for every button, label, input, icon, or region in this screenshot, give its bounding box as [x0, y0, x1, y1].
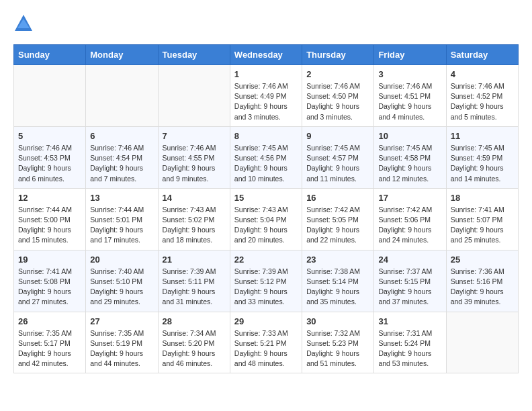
calendar-cell: 6Sunrise: 7:46 AM Sunset: 4:54 PM Daylig…	[86, 126, 158, 188]
calendar-table: SundayMondayTuesdayWednesdayThursdayFrid…	[13, 44, 519, 373]
day-info: Sunrise: 7:38 AM Sunset: 5:14 PM Dayligh…	[306, 267, 369, 308]
day-number: 2	[306, 69, 369, 79]
calendar-cell: 17Sunrise: 7:42 AM Sunset: 5:06 PM Dayli…	[374, 188, 446, 250]
day-info: Sunrise: 7:46 AM Sunset: 4:53 PM Dayligh…	[18, 143, 81, 184]
day-number: 25	[451, 255, 514, 265]
weekday-header-tuesday: Tuesday	[158, 45, 230, 65]
calendar-cell: 25Sunrise: 7:36 AM Sunset: 5:16 PM Dayli…	[446, 250, 518, 312]
calendar-week-row: 19Sunrise: 7:41 AM Sunset: 5:08 PM Dayli…	[14, 250, 519, 312]
day-info: Sunrise: 7:39 AM Sunset: 5:11 PM Dayligh…	[163, 267, 226, 308]
day-number: 24	[378, 255, 441, 265]
day-number: 29	[234, 316, 298, 326]
calendar-cell: 30Sunrise: 7:32 AM Sunset: 5:23 PM Dayli…	[302, 312, 374, 373]
logo-icon	[13, 13, 34, 34]
day-number: 6	[90, 131, 153, 141]
day-info: Sunrise: 7:35 AM Sunset: 5:19 PM Dayligh…	[90, 328, 153, 369]
day-number: 23	[306, 255, 369, 265]
calendar-cell: 26Sunrise: 7:35 AM Sunset: 5:17 PM Dayli…	[14, 312, 86, 373]
calendar-cell: 14Sunrise: 7:43 AM Sunset: 5:02 PM Dayli…	[158, 188, 230, 250]
day-number: 1	[234, 69, 298, 79]
day-number: 15	[234, 193, 298, 203]
calendar-cell: 1Sunrise: 7:46 AM Sunset: 4:49 PM Daylig…	[230, 65, 302, 127]
day-info: Sunrise: 7:43 AM Sunset: 5:02 PM Dayligh…	[163, 205, 226, 246]
day-number: 3	[378, 69, 441, 79]
calendar-cell: 21Sunrise: 7:39 AM Sunset: 5:11 PM Dayli…	[158, 250, 230, 312]
calendar-cell: 20Sunrise: 7:40 AM Sunset: 5:10 PM Dayli…	[86, 250, 158, 312]
calendar-cell: 22Sunrise: 7:39 AM Sunset: 5:12 PM Dayli…	[230, 250, 302, 312]
day-number: 21	[163, 255, 226, 265]
calendar-cell: 4Sunrise: 7:46 AM Sunset: 4:52 PM Daylig…	[446, 65, 518, 127]
weekday-header-sunday: Sunday	[14, 45, 86, 65]
calendar-cell: 9Sunrise: 7:45 AM Sunset: 4:57 PM Daylig…	[302, 126, 374, 188]
calendar-cell: 7Sunrise: 7:46 AM Sunset: 4:55 PM Daylig…	[158, 126, 230, 188]
calendar-cell: 31Sunrise: 7:31 AM Sunset: 5:24 PM Dayli…	[374, 312, 446, 373]
day-number: 28	[163, 316, 226, 326]
day-info: Sunrise: 7:46 AM Sunset: 4:52 PM Dayligh…	[451, 81, 514, 122]
calendar-cell: 2Sunrise: 7:46 AM Sunset: 4:50 PM Daylig…	[302, 65, 374, 127]
day-number: 30	[306, 316, 369, 326]
day-info: Sunrise: 7:37 AM Sunset: 5:15 PM Dayligh…	[378, 267, 441, 308]
day-info: Sunrise: 7:45 AM Sunset: 4:56 PM Dayligh…	[234, 143, 298, 184]
calendar-week-row: 1Sunrise: 7:46 AM Sunset: 4:49 PM Daylig…	[14, 65, 519, 127]
day-info: Sunrise: 7:45 AM Sunset: 4:59 PM Dayligh…	[451, 143, 514, 184]
day-number: 26	[18, 316, 81, 326]
calendar-cell: 13Sunrise: 7:44 AM Sunset: 5:01 PM Dayli…	[86, 188, 158, 250]
day-info: Sunrise: 7:43 AM Sunset: 5:04 PM Dayligh…	[234, 205, 298, 246]
day-number: 18	[451, 193, 514, 203]
day-number: 17	[378, 193, 441, 203]
calendar-cell: 5Sunrise: 7:46 AM Sunset: 4:53 PM Daylig…	[14, 126, 86, 188]
day-number: 7	[163, 131, 226, 141]
day-info: Sunrise: 7:41 AM Sunset: 5:08 PM Dayligh…	[18, 267, 81, 308]
day-info: Sunrise: 7:42 AM Sunset: 5:05 PM Dayligh…	[306, 205, 369, 246]
day-number: 8	[234, 131, 298, 141]
page-header	[13, 13, 519, 34]
calendar-cell: 16Sunrise: 7:42 AM Sunset: 5:05 PM Dayli…	[302, 188, 374, 250]
calendar-week-row: 12Sunrise: 7:44 AM Sunset: 5:00 PM Dayli…	[14, 188, 519, 250]
day-info: Sunrise: 7:33 AM Sunset: 5:21 PM Dayligh…	[234, 328, 298, 369]
calendar-cell: 15Sunrise: 7:43 AM Sunset: 5:04 PM Dayli…	[230, 188, 302, 250]
day-info: Sunrise: 7:46 AM Sunset: 4:54 PM Dayligh…	[90, 143, 153, 184]
weekday-header-saturday: Saturday	[446, 45, 518, 65]
calendar-cell	[14, 65, 86, 127]
day-info: Sunrise: 7:36 AM Sunset: 5:16 PM Dayligh…	[451, 267, 514, 308]
calendar-cell: 18Sunrise: 7:41 AM Sunset: 5:07 PM Dayli…	[446, 188, 518, 250]
calendar-cell: 23Sunrise: 7:38 AM Sunset: 5:14 PM Dayli…	[302, 250, 374, 312]
day-info: Sunrise: 7:46 AM Sunset: 4:50 PM Dayligh…	[306, 81, 369, 122]
day-number: 10	[378, 131, 441, 141]
calendar-week-row: 26Sunrise: 7:35 AM Sunset: 5:17 PM Dayli…	[14, 312, 519, 373]
day-info: Sunrise: 7:41 AM Sunset: 5:07 PM Dayligh…	[451, 205, 514, 246]
calendar-cell: 24Sunrise: 7:37 AM Sunset: 5:15 PM Dayli…	[374, 250, 446, 312]
day-number: 22	[234, 255, 298, 265]
day-info: Sunrise: 7:44 AM Sunset: 5:00 PM Dayligh…	[18, 205, 81, 246]
calendar-cell: 10Sunrise: 7:45 AM Sunset: 4:58 PM Dayli…	[374, 126, 446, 188]
day-number: 31	[378, 316, 441, 326]
calendar-cell: 27Sunrise: 7:35 AM Sunset: 5:19 PM Dayli…	[86, 312, 158, 373]
calendar-cell: 28Sunrise: 7:34 AM Sunset: 5:20 PM Dayli…	[158, 312, 230, 373]
calendar-cell: 12Sunrise: 7:44 AM Sunset: 5:00 PM Dayli…	[14, 188, 86, 250]
weekday-header-row: SundayMondayTuesdayWednesdayThursdayFrid…	[14, 45, 519, 65]
day-number: 12	[18, 193, 81, 203]
day-number: 14	[163, 193, 226, 203]
day-info: Sunrise: 7:35 AM Sunset: 5:17 PM Dayligh…	[18, 328, 81, 369]
day-info: Sunrise: 7:46 AM Sunset: 4:55 PM Dayligh…	[163, 143, 226, 184]
day-number: 27	[90, 316, 153, 326]
calendar-cell: 11Sunrise: 7:45 AM Sunset: 4:59 PM Dayli…	[446, 126, 518, 188]
day-number: 20	[90, 255, 153, 265]
day-number: 11	[451, 131, 514, 141]
weekday-header-friday: Friday	[374, 45, 446, 65]
day-info: Sunrise: 7:39 AM Sunset: 5:12 PM Dayligh…	[234, 267, 298, 308]
day-number: 19	[18, 255, 81, 265]
calendar-cell: 19Sunrise: 7:41 AM Sunset: 5:08 PM Dayli…	[14, 250, 86, 312]
day-info: Sunrise: 7:44 AM Sunset: 5:01 PM Dayligh…	[90, 205, 153, 246]
day-info: Sunrise: 7:45 AM Sunset: 4:57 PM Dayligh…	[306, 143, 369, 184]
weekday-header-monday: Monday	[86, 45, 158, 65]
calendar-cell	[446, 312, 518, 373]
day-number: 16	[306, 193, 369, 203]
day-info: Sunrise: 7:31 AM Sunset: 5:24 PM Dayligh…	[378, 328, 441, 369]
weekday-header-wednesday: Wednesday	[230, 45, 302, 65]
calendar-week-row: 5Sunrise: 7:46 AM Sunset: 4:53 PM Daylig…	[14, 126, 519, 188]
weekday-header-thursday: Thursday	[302, 45, 374, 65]
calendar-cell	[158, 65, 230, 127]
day-info: Sunrise: 7:42 AM Sunset: 5:06 PM Dayligh…	[378, 205, 441, 246]
calendar-cell: 3Sunrise: 7:46 AM Sunset: 4:51 PM Daylig…	[374, 65, 446, 127]
